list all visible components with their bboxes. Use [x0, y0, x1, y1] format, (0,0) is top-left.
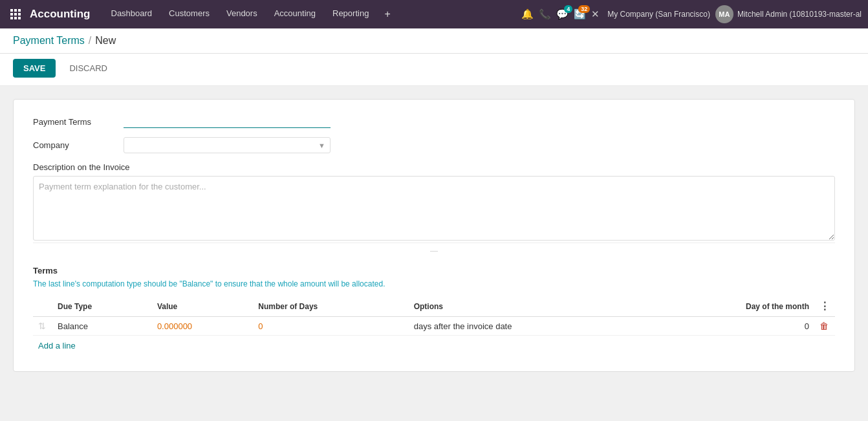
- nav-accounting[interactable]: Accounting: [266, 5, 323, 24]
- bell-icon[interactable]: 🔔: [521, 8, 534, 20]
- svg-rect-4: [14, 13, 17, 16]
- company-select[interactable]: [124, 137, 331, 153]
- chat-icon[interactable]: 💬 4: [556, 8, 569, 20]
- col-due-type: Due Type: [52, 296, 152, 317]
- description-label: Description on the Invoice: [33, 162, 835, 172]
- col-options: Options: [409, 296, 650, 317]
- col-day-of-month: Day of the month: [650, 296, 814, 317]
- delete-row-icon[interactable]: 🗑: [819, 321, 829, 331]
- resize-handle: ⎯⎯: [33, 243, 835, 253]
- nav-customers[interactable]: Customers: [161, 5, 217, 24]
- svg-rect-2: [18, 9, 21, 12]
- company-row: Company ▼: [33, 137, 835, 153]
- terms-info: The last line's computation type should …: [33, 279, 835, 288]
- svg-rect-5: [18, 13, 21, 16]
- topnav-right: 🔔 📞 💬 4 🔄 32 ✕ My Company (San Francisco…: [521, 5, 862, 23]
- terms-section: Terms The last line's computation type s…: [33, 266, 835, 356]
- action-bar: SAVE DISCARD: [0, 54, 868, 86]
- refresh-badge: 32: [578, 5, 590, 13]
- terms-table: Due Type Value Number of Days Options Da…: [33, 296, 835, 336]
- cell-number-of-days: 0: [253, 317, 408, 336]
- topnav: Accounting Dashboard Customers Vendors A…: [0, 0, 868, 28]
- cell-value: 0.000000: [152, 317, 253, 336]
- column-options-menu[interactable]: ⋮: [819, 301, 830, 312]
- col-number-of-days: Number of Days: [253, 296, 408, 317]
- topnav-menu: Dashboard Customers Vendors Accounting R…: [103, 5, 519, 24]
- drag-handle-icon[interactable]: ⇅: [38, 321, 46, 331]
- app-name: Accounting: [30, 8, 91, 21]
- form-card: Payment Terms Company ▼ Description on t…: [13, 99, 855, 372]
- payment-terms-input[interactable]: [124, 115, 331, 128]
- svg-rect-6: [10, 17, 13, 19]
- discard-button[interactable]: DISCARD: [61, 59, 116, 78]
- company-select-wrap: ▼: [124, 137, 331, 153]
- grid-icon[interactable]: [6, 5, 25, 23]
- table-row: ⇅ Balance 0.000000 0 days after the invo…: [33, 317, 835, 336]
- nav-dashboard[interactable]: Dashboard: [103, 5, 160, 24]
- description-section: Description on the Invoice ⎯⎯: [33, 162, 835, 253]
- svg-rect-0: [10, 9, 13, 12]
- svg-rect-8: [18, 17, 21, 19]
- breadcrumb: Payment Terms / New: [0, 28, 868, 54]
- terms-label: Terms: [33, 266, 835, 275]
- payment-terms-label: Payment Terms: [33, 117, 124, 127]
- refresh-icon[interactable]: 🔄 32: [574, 8, 586, 20]
- user-menu[interactable]: MA Mitchell Admin (10810193-master-al: [715, 5, 862, 23]
- cell-due-type: Balance: [52, 317, 152, 336]
- chat-badge: 4: [564, 5, 572, 13]
- cell-options: days after the invoice date: [409, 317, 650, 336]
- phone-icon[interactable]: 📞: [539, 8, 551, 20]
- breadcrumb-separator: /: [89, 35, 91, 47]
- add-menu-button[interactable]: +: [378, 5, 396, 24]
- cell-day-of-month: 0: [650, 317, 814, 336]
- col-value: Value: [152, 296, 253, 317]
- save-button[interactable]: SAVE: [13, 59, 56, 78]
- company-label: Company: [33, 140, 124, 150]
- nav-vendors[interactable]: Vendors: [219, 5, 265, 24]
- payment-terms-row: Payment Terms: [33, 115, 835, 128]
- user-name: Mitchell Admin (10810193-master-al: [737, 10, 862, 19]
- avatar: MA: [715, 5, 733, 23]
- description-textarea[interactable]: [33, 176, 835, 241]
- close-icon[interactable]: ✕: [591, 8, 600, 20]
- svg-rect-7: [14, 17, 17, 19]
- add-line-button[interactable]: Add a line: [33, 336, 81, 356]
- svg-rect-1: [14, 9, 17, 12]
- main-content: Payment Terms Company ▼ Description on t…: [0, 86, 868, 420]
- nav-reporting[interactable]: Reporting: [325, 5, 376, 24]
- svg-rect-3: [10, 13, 13, 16]
- breadcrumb-current: New: [95, 35, 116, 47]
- breadcrumb-parent[interactable]: Payment Terms: [13, 35, 85, 47]
- company-name: My Company (San Francisco): [607, 10, 710, 19]
